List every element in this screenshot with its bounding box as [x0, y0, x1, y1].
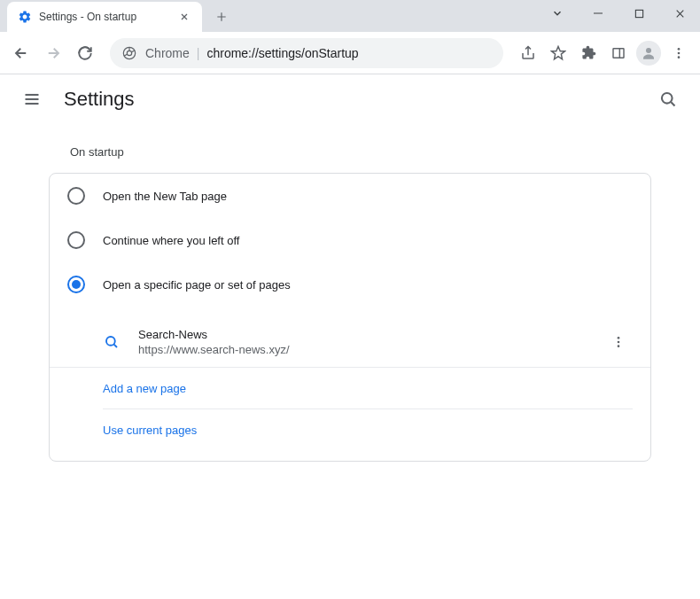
svg-rect-4	[613, 48, 624, 58]
page-name: Search-News	[138, 328, 604, 341]
add-page-link[interactable]: Add a new page	[103, 382, 186, 395]
close-icon[interactable]	[177, 10, 191, 24]
option-new-tab[interactable]: Open the New Tab page	[50, 174, 650, 218]
radio-label: Open the New Tab page	[103, 190, 227, 203]
profile-avatar[interactable]	[634, 39, 663, 67]
forward-button[interactable]	[39, 39, 67, 67]
maximize-button[interactable]	[618, 0, 659, 27]
radio-icon	[67, 231, 85, 249]
svg-point-8	[678, 51, 681, 54]
radio-icon	[67, 187, 85, 205]
page-info: Search-News https://www.search-news.xyz/	[138, 328, 604, 356]
search-button[interactable]	[650, 82, 686, 117]
browser-tab[interactable]: Settings - On startup	[7, 2, 202, 32]
tab-title: Settings - On startup	[39, 11, 170, 23]
toolbar: Chrome | chrome://settings/onStartup	[0, 32, 700, 74]
kebab-menu-icon[interactable]	[665, 39, 693, 67]
svg-point-3	[127, 51, 131, 55]
side-panel-icon[interactable]	[604, 39, 633, 67]
startup-card: Open the New Tab page Continue where you…	[49, 173, 651, 462]
option-continue[interactable]: Continue where you left off	[50, 218, 650, 262]
page-url: https://www.search-news.xyz/	[138, 343, 604, 356]
svg-point-19	[618, 345, 620, 347]
use-current-link[interactable]: Use current pages	[103, 424, 197, 437]
minimize-button[interactable]	[578, 0, 618, 27]
svg-point-6	[646, 48, 651, 53]
bookmark-icon[interactable]	[544, 39, 572, 67]
svg-point-17	[618, 337, 620, 339]
settings-panel: On startup Open the New Tab page Continu…	[49, 145, 651, 462]
hamburger-menu-button[interactable]	[14, 82, 50, 117]
page-kebab-menu[interactable]	[604, 328, 633, 356]
titlebar: Settings - On startup	[0, 0, 700, 32]
add-page-row[interactable]: Add a new page	[50, 368, 650, 408]
startup-page-row: Search-News https://www.search-news.xyz/	[50, 317, 650, 368]
section-title: On startup	[49, 145, 651, 159]
extensions-icon[interactable]	[574, 39, 603, 67]
radio-icon	[67, 276, 85, 293]
content-area: On startup Open the New Tab page Continu…	[0, 124, 700, 462]
svg-line-14	[671, 102, 674, 105]
search-icon	[103, 333, 121, 351]
svg-line-16	[114, 345, 117, 347]
option-specific-pages[interactable]: Open a specific page or set of pages	[50, 262, 650, 307]
back-button[interactable]	[7, 39, 35, 67]
svg-point-7	[678, 48, 681, 51]
address-text: Chrome | chrome://settings/onStartup	[145, 46, 359, 60]
svg-point-13	[662, 93, 673, 104]
radio-label: Open a specific page or set of pages	[103, 278, 291, 292]
svg-point-15	[106, 337, 115, 346]
gear-icon	[18, 10, 32, 24]
radio-label: Continue where you left off	[103, 234, 239, 247]
share-icon[interactable]	[514, 39, 542, 67]
page-title: Settings	[64, 88, 135, 111]
svg-point-18	[618, 341, 620, 344]
tab-search-button[interactable]	[537, 0, 578, 27]
svg-rect-0	[594, 13, 603, 14]
address-bar[interactable]: Chrome | chrome://settings/onStartup	[110, 38, 503, 68]
window-controls	[537, 0, 700, 32]
settings-header: Settings	[0, 74, 700, 124]
reload-button[interactable]	[71, 39, 99, 67]
chrome-icon	[122, 46, 136, 60]
use-current-row[interactable]: Use current pages	[50, 409, 650, 450]
close-window-button[interactable]	[659, 0, 700, 27]
svg-point-9	[678, 56, 681, 58]
new-tab-button[interactable]	[209, 4, 234, 29]
svg-rect-1	[635, 10, 642, 17]
